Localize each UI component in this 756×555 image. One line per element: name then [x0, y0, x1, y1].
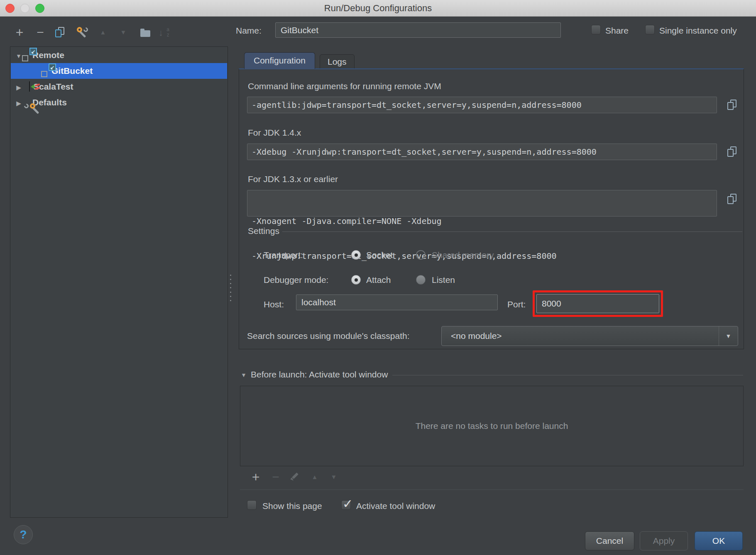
- edit-defaults-button[interactable]: [74, 24, 91, 41]
- move-down-button[interactable]: [115, 24, 132, 41]
- arrow-down-icon: [331, 473, 337, 481]
- triangle-down-icon: [16, 50, 22, 60]
- arrow-up-icon: [312, 473, 318, 481]
- folder-icon: [140, 30, 150, 37]
- port-highlight-annotation: [533, 290, 663, 317]
- tree-item-label: Defaults: [32, 97, 67, 107]
- title-bar: Run/Debug Configurations: [0, 0, 756, 17]
- configuration-tab-panel: [239, 68, 744, 349]
- help-button[interactable]: ?: [14, 525, 33, 544]
- add-configuration-button[interactable]: [11, 24, 28, 41]
- plus-icon: [252, 470, 260, 484]
- tree-item-defaults[interactable]: Defaults: [11, 95, 227, 110]
- move-up-button[interactable]: [95, 24, 111, 41]
- arrow-up-icon: [100, 29, 106, 36]
- tab-configuration[interactable]: Configuration: [244, 52, 315, 69]
- create-folder-button[interactable]: [137, 24, 154, 41]
- tree-item-label: Remote: [32, 50, 64, 60]
- minus-icon: [37, 26, 44, 39]
- remove-task-button[interactable]: [268, 470, 283, 484]
- minus-icon: [272, 471, 279, 483]
- zoom-window-button[interactable]: [35, 4, 44, 13]
- scalatest-icon: [29, 82, 30, 92]
- sort-letter-z: z: [167, 32, 169, 38]
- arrow-down-icon: [120, 29, 127, 36]
- sort-configurations-button[interactable]: a z: [156, 24, 172, 41]
- before-launch-divider: [392, 375, 743, 375]
- plus-icon: [16, 26, 24, 39]
- task-toolbar-divider: [240, 489, 744, 490]
- window-title: Run/Debug Configurations: [0, 0, 756, 17]
- close-window-button[interactable]: [5, 4, 15, 13]
- expand-collapse-icon[interactable]: [13, 97, 24, 107]
- before-launch-collapse-icon[interactable]: [241, 371, 247, 379]
- activate-tool-window-checkbox[interactable]: [341, 500, 351, 510]
- edit-task-button[interactable]: [287, 470, 302, 484]
- name-label: Name:: [236, 26, 262, 36]
- copy-configuration-button[interactable]: [52, 24, 69, 41]
- move-task-down-button[interactable]: [326, 470, 341, 484]
- activate-tool-window-label: Activate tool window: [356, 501, 435, 511]
- pencil-icon: [290, 472, 300, 482]
- tree-item-remote[interactable]: Remote: [11, 47, 227, 63]
- single-instance-checkbox[interactable]: [645, 25, 655, 34]
- before-launch-task-list: There are no tasks to run before launch: [240, 386, 744, 466]
- triangle-right-icon: [17, 82, 21, 91]
- tab-logs[interactable]: Logs: [320, 54, 355, 69]
- show-this-page-label: Show this page: [262, 501, 322, 511]
- tree-item-gitbucket[interactable]: GitBucket: [11, 63, 227, 79]
- copy-icon: [55, 27, 65, 38]
- ok-button[interactable]: OK: [695, 531, 743, 550]
- panel-splitter-handle[interactable]: [229, 275, 232, 301]
- sort-az-icon: a z: [158, 27, 170, 38]
- share-label: Share: [605, 26, 629, 36]
- add-task-button[interactable]: [248, 470, 263, 484]
- cancel-button[interactable]: Cancel: [585, 531, 634, 550]
- show-this-page-checkbox[interactable]: [247, 500, 257, 510]
- move-task-up-button[interactable]: [307, 470, 322, 484]
- name-input[interactable]: GitBucket: [275, 22, 561, 38]
- before-launch-title: Before launch: Activate tool window: [251, 370, 388, 380]
- share-checkbox[interactable]: [591, 25, 601, 34]
- minimize-window-button[interactable]: [20, 4, 29, 13]
- run-debug-configurations-dialog: Run/Debug Configurations a z Remote: [0, 0, 756, 555]
- remove-configuration-button[interactable]: [32, 24, 49, 41]
- sort-letter-a: a: [166, 27, 169, 32]
- triangle-right-icon: [17, 97, 21, 107]
- tree-item-scalatest[interactable]: ScalaTest: [11, 79, 227, 95]
- configurations-tree: Remote GitBucket ScalaTest Defaults: [10, 46, 228, 518]
- expand-collapse-icon[interactable]: [13, 82, 24, 92]
- empty-task-list-text: There are no tasks to run before launch: [416, 421, 568, 431]
- apply-button[interactable]: Apply: [640, 531, 688, 550]
- single-instance-label: Single instance only: [659, 26, 737, 36]
- tree-item-label: GitBucket: [51, 66, 93, 76]
- wrench-gear-icon: [76, 26, 88, 39]
